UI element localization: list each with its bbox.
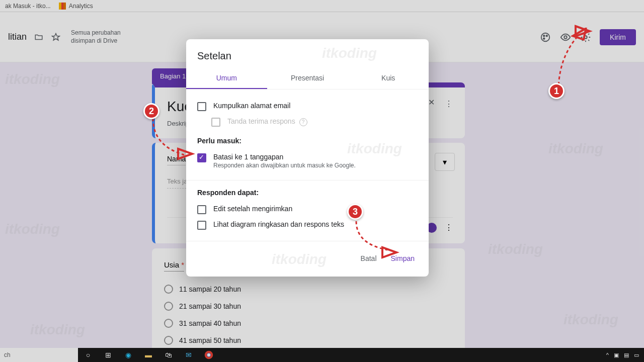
checkbox-sublabel: Responden akan diwajibkan untuk masuk ke… <box>213 162 356 169</box>
annotation-badge-3: 3 <box>347 204 363 220</box>
modal-tabs: Umum Presentasi Kuis <box>186 68 429 89</box>
checkbox-label: Lihat diagram ringkasan dan respons teks <box>213 220 344 228</box>
tab-presentasi[interactable]: Presentasi <box>267 68 348 89</box>
checkbox-label: Kumpulkan alamat email <box>213 102 290 110</box>
checkbox-label: Tanda terima respons? <box>227 117 307 126</box>
tab-kuis[interactable]: Kuis <box>348 68 429 89</box>
checkbox-limit-response[interactable] <box>197 153 206 162</box>
help-icon[interactable]: ? <box>299 118 307 126</box>
annotation-badge-2: 2 <box>143 103 159 119</box>
checkbox-receipt <box>211 118 220 127</box>
settings-modal: Setelan Umum Presentasi Kuis Kumpulkan a… <box>186 39 429 277</box>
tab-umum[interactable]: Umum <box>186 68 267 89</box>
annotation-badge-1: 1 <box>548 83 565 99</box>
checkbox-label: Edit setelah mengirimkan <box>213 205 292 213</box>
checkbox-see-summary[interactable] <box>197 221 206 230</box>
checkbox-edit-after[interactable] <box>197 205 206 214</box>
modal-title: Setelan <box>186 50 429 64</box>
checkbox-label: Batasi ke 1 tanggapan <box>213 153 356 161</box>
section-heading: Responden dapat: <box>197 189 418 197</box>
section-heading: Perlu masuk: <box>197 137 418 145</box>
checkbox-collect-email[interactable] <box>197 102 206 111</box>
cancel-button[interactable]: Batal <box>358 250 380 266</box>
save-button[interactable]: Simpan <box>388 250 418 266</box>
